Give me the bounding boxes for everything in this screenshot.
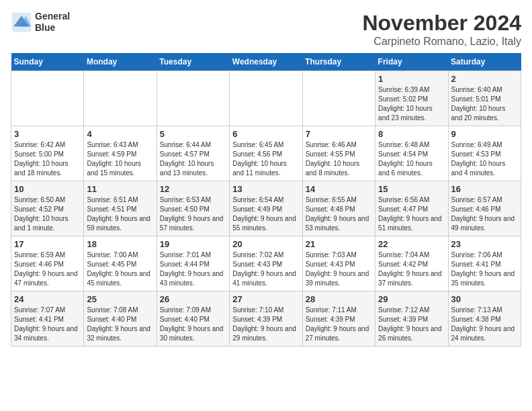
title-section: November 2024 Carpineto Romano, Lazio, I… bbox=[362, 11, 521, 48]
day-info: Sunrise: 7:03 AMSunset: 4:43 PMDaylight:… bbox=[306, 250, 372, 288]
day-number: 30 bbox=[451, 294, 518, 304]
calendar-week-row: 3Sunrise: 6:42 AMSunset: 5:00 PMDaylight… bbox=[11, 126, 521, 181]
day-info: Sunrise: 6:39 AMSunset: 5:02 PMDaylight:… bbox=[378, 85, 445, 123]
day-number: 25 bbox=[87, 294, 153, 304]
weekday-header-friday: Friday bbox=[375, 53, 448, 71]
calendar-cell: 20Sunrise: 7:02 AMSunset: 4:43 PMDayligh… bbox=[230, 236, 302, 291]
logo-line1: General bbox=[35, 11, 70, 21]
day-info: Sunrise: 7:01 AMSunset: 4:44 PMDaylight:… bbox=[160, 250, 226, 288]
weekday-header-row: SundayMondayTuesdayWednesdayThursdayFrid… bbox=[11, 53, 521, 71]
day-number: 15 bbox=[378, 184, 445, 194]
calendar-cell: 12Sunrise: 6:53 AMSunset: 4:50 PMDayligh… bbox=[157, 181, 229, 236]
calendar-cell: 26Sunrise: 7:09 AMSunset: 4:40 PMDayligh… bbox=[157, 291, 229, 347]
day-number: 14 bbox=[306, 184, 372, 194]
day-info: Sunrise: 6:54 AMSunset: 4:49 PMDaylight:… bbox=[232, 195, 299, 233]
calendar-cell bbox=[302, 71, 375, 126]
calendar-cell: 17Sunrise: 6:59 AMSunset: 4:46 PMDayligh… bbox=[11, 236, 84, 291]
day-info: Sunrise: 7:06 AMSunset: 4:41 PMDaylight:… bbox=[451, 250, 518, 288]
day-number: 26 bbox=[160, 294, 226, 304]
day-info: Sunrise: 7:04 AMSunset: 4:42 PMDaylight:… bbox=[378, 250, 445, 288]
calendar-cell bbox=[157, 71, 229, 126]
month-title: November 2024 bbox=[362, 11, 521, 36]
calendar-cell: 9Sunrise: 6:49 AMSunset: 4:53 PMDaylight… bbox=[448, 126, 521, 181]
calendar-cell: 19Sunrise: 7:01 AMSunset: 4:44 PMDayligh… bbox=[157, 236, 229, 291]
day-number: 3 bbox=[14, 129, 81, 139]
day-number: 23 bbox=[451, 239, 518, 249]
calendar-cell: 14Sunrise: 6:55 AMSunset: 4:48 PMDayligh… bbox=[302, 181, 375, 236]
day-info: Sunrise: 6:46 AMSunset: 4:55 PMDaylight:… bbox=[306, 140, 372, 178]
calendar-cell: 6Sunrise: 6:45 AMSunset: 4:56 PMDaylight… bbox=[230, 126, 302, 181]
calendar-cell: 11Sunrise: 6:51 AMSunset: 4:51 PMDayligh… bbox=[84, 181, 157, 236]
weekday-header-wednesday: Wednesday bbox=[230, 53, 302, 71]
day-info: Sunrise: 6:56 AMSunset: 4:47 PMDaylight:… bbox=[378, 195, 445, 233]
weekday-header-saturday: Saturday bbox=[448, 53, 521, 71]
calendar-cell bbox=[84, 71, 157, 126]
day-info: Sunrise: 6:51 AMSunset: 4:51 PMDaylight:… bbox=[87, 195, 153, 233]
calendar-cell bbox=[230, 71, 302, 126]
day-number: 17 bbox=[14, 239, 81, 249]
calendar-cell: 21Sunrise: 7:03 AMSunset: 4:43 PMDayligh… bbox=[302, 236, 375, 291]
day-info: Sunrise: 6:43 AMSunset: 4:59 PMDaylight:… bbox=[87, 140, 153, 178]
day-number: 4 bbox=[87, 129, 153, 139]
day-info: Sunrise: 7:02 AMSunset: 4:43 PMDaylight:… bbox=[232, 250, 299, 288]
calendar-cell: 28Sunrise: 7:11 AMSunset: 4:39 PMDayligh… bbox=[302, 291, 375, 347]
day-info: Sunrise: 7:09 AMSunset: 4:40 PMDaylight:… bbox=[160, 306, 226, 343]
day-info: Sunrise: 7:13 AMSunset: 4:38 PMDaylight:… bbox=[451, 306, 518, 343]
day-info: Sunrise: 7:11 AMSunset: 4:39 PMDaylight:… bbox=[306, 306, 372, 343]
day-info: Sunrise: 6:44 AMSunset: 4:57 PMDaylight:… bbox=[160, 140, 226, 178]
calendar-cell: 24Sunrise: 7:07 AMSunset: 4:41 PMDayligh… bbox=[11, 291, 84, 347]
day-info: Sunrise: 7:10 AMSunset: 4:39 PMDaylight:… bbox=[232, 306, 299, 343]
calendar-table: SundayMondayTuesdayWednesdayThursdayFrid… bbox=[11, 53, 521, 347]
logo-icon bbox=[11, 11, 32, 33]
day-info: Sunrise: 6:59 AMSunset: 4:46 PMDaylight:… bbox=[14, 250, 81, 288]
calendar-cell: 5Sunrise: 6:44 AMSunset: 4:57 PMDaylight… bbox=[157, 126, 229, 181]
day-info: Sunrise: 6:53 AMSunset: 4:50 PMDaylight:… bbox=[160, 195, 226, 233]
day-info: Sunrise: 7:00 AMSunset: 4:45 PMDaylight:… bbox=[87, 250, 153, 288]
calendar-cell: 1Sunrise: 6:39 AMSunset: 5:02 PMDaylight… bbox=[375, 71, 448, 126]
calendar-cell: 2Sunrise: 6:40 AMSunset: 5:01 PMDaylight… bbox=[448, 71, 521, 126]
day-number: 29 bbox=[378, 294, 445, 304]
day-info: Sunrise: 7:08 AMSunset: 4:40 PMDaylight:… bbox=[87, 306, 153, 343]
day-number: 10 bbox=[14, 184, 81, 194]
calendar-cell: 22Sunrise: 7:04 AMSunset: 4:42 PMDayligh… bbox=[375, 236, 448, 291]
calendar-cell: 18Sunrise: 7:00 AMSunset: 4:45 PMDayligh… bbox=[84, 236, 157, 291]
day-number: 13 bbox=[232, 184, 299, 194]
calendar-week-row: 10Sunrise: 6:50 AMSunset: 4:52 PMDayligh… bbox=[11, 181, 521, 236]
page-header: General Blue November 2024 Carpineto Rom… bbox=[11, 11, 521, 48]
day-number: 22 bbox=[378, 239, 445, 249]
day-number: 6 bbox=[232, 129, 299, 139]
day-number: 28 bbox=[306, 294, 372, 304]
calendar-cell: 29Sunrise: 7:12 AMSunset: 4:39 PMDayligh… bbox=[375, 291, 448, 347]
day-number: 8 bbox=[378, 129, 445, 139]
calendar-cell: 13Sunrise: 6:54 AMSunset: 4:49 PMDayligh… bbox=[230, 181, 302, 236]
calendar-cell: 4Sunrise: 6:43 AMSunset: 4:59 PMDaylight… bbox=[84, 126, 157, 181]
day-info: Sunrise: 6:42 AMSunset: 5:00 PMDaylight:… bbox=[14, 140, 81, 178]
calendar-cell: 10Sunrise: 6:50 AMSunset: 4:52 PMDayligh… bbox=[11, 181, 84, 236]
weekday-header-thursday: Thursday bbox=[302, 53, 375, 71]
logo: General Blue bbox=[11, 11, 70, 34]
day-info: Sunrise: 6:40 AMSunset: 5:01 PMDaylight:… bbox=[451, 85, 518, 123]
day-number: 16 bbox=[451, 184, 518, 194]
day-info: Sunrise: 6:50 AMSunset: 4:52 PMDaylight:… bbox=[14, 195, 81, 233]
day-number: 19 bbox=[160, 239, 226, 249]
calendar-cell: 16Sunrise: 6:57 AMSunset: 4:46 PMDayligh… bbox=[448, 181, 521, 236]
day-info: Sunrise: 6:45 AMSunset: 4:56 PMDaylight:… bbox=[232, 140, 299, 178]
day-info: Sunrise: 6:57 AMSunset: 4:46 PMDaylight:… bbox=[451, 195, 518, 233]
day-info: Sunrise: 6:48 AMSunset: 4:54 PMDaylight:… bbox=[378, 140, 445, 178]
calendar-cell: 7Sunrise: 6:46 AMSunset: 4:55 PMDaylight… bbox=[302, 126, 375, 181]
weekday-header-tuesday: Tuesday bbox=[157, 53, 229, 71]
location-title: Carpineto Romano, Lazio, Italy bbox=[362, 36, 521, 48]
day-number: 12 bbox=[160, 184, 226, 194]
day-number: 21 bbox=[306, 239, 372, 249]
calendar-cell bbox=[11, 71, 84, 126]
day-number: 11 bbox=[87, 184, 153, 194]
day-number: 18 bbox=[87, 239, 153, 249]
day-number: 7 bbox=[306, 129, 372, 139]
day-number: 27 bbox=[232, 294, 299, 304]
day-number: 2 bbox=[451, 74, 518, 84]
day-number: 1 bbox=[378, 74, 445, 84]
calendar-week-row: 17Sunrise: 6:59 AMSunset: 4:46 PMDayligh… bbox=[11, 236, 521, 291]
calendar-cell: 27Sunrise: 7:10 AMSunset: 4:39 PMDayligh… bbox=[230, 291, 302, 347]
day-info: Sunrise: 7:07 AMSunset: 4:41 PMDaylight:… bbox=[14, 306, 81, 343]
day-number: 5 bbox=[160, 129, 226, 139]
